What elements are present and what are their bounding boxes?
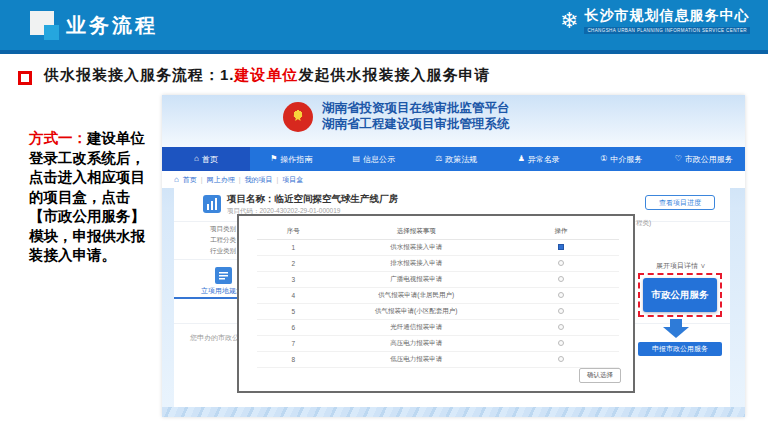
portal-footer-pattern <box>162 407 745 417</box>
nav-item-info[interactable]: ▤ 信息公示 <box>333 147 416 171</box>
method-note-lead: 方式一： <box>29 130 87 146</box>
row-item-label: 供气报装申请(非居民用户) <box>329 287 503 303</box>
nav-item-abnormal-list[interactable]: ♟ 异常名录 <box>498 147 581 171</box>
home-icon: ⌂ <box>174 175 179 184</box>
home-icon: ⌂ <box>194 155 199 163</box>
headline-highlight: 建设单位 <box>235 66 299 83</box>
portal-screenshot: ★ 湖南省投资项目在线审批监管平台 湖南省工程建设项目审批管理系统 ⌂ 首页 ⚑… <box>162 95 745 417</box>
column-header-no: 序号 <box>257 224 329 239</box>
radio-unchecked[interactable] <box>558 260 564 266</box>
row-item-label: 光纤通信报装申请 <box>329 319 503 335</box>
row-number: 1 <box>257 239 329 255</box>
portal-navbar: ⌂ 首页 ⚑ 操作指南 ▤ 信息公示 ⚖ 政策法规 ♟ 异常名录 ① 中介服务 <box>162 147 745 171</box>
nav-label: 操作指南 <box>280 154 312 165</box>
table-row: 6 光纤通信报装申请 <box>257 319 619 335</box>
confirm-selection-button[interactable]: 确认选择 <box>579 368 621 383</box>
slide-logo-square-blue <box>44 25 59 40</box>
table-header-row: 序号 选择报装事项 操作 <box>257 224 619 239</box>
down-arrow-icon <box>663 327 689 338</box>
nav-item-home[interactable]: ⌂ 首页 <box>162 147 250 171</box>
row-item-label: 排水报装接入申请 <box>329 255 503 271</box>
column-header-item: 选择报装事项 <box>329 224 503 239</box>
org-logo: ❄ 长沙市规划信息服务中心 CHANGSHA URBAN PLANNING IN… <box>560 7 750 34</box>
table-row: 2 排水报装接入申请 <box>257 255 619 271</box>
table-row: 3 广播电视报装申请 <box>257 271 619 287</box>
chevron-down-icon: ∨ <box>700 262 706 269</box>
method-note: 方式一：建设单位登录工改系统后，点击进入相应项目的项目盒，点击【市政公用服务】模… <box>29 129 153 266</box>
page-title: 业务流程 <box>66 12 158 39</box>
breadcrumb-my-projects[interactable]: 我的项目 <box>245 175 273 185</box>
radio-unchecked[interactable] <box>558 356 564 362</box>
breadcrumb-separator: | <box>239 176 241 183</box>
table-row: 5 供气报装申请(小区配套用户) <box>257 303 619 319</box>
breadcrumb-online[interactable]: 网上办理 <box>207 175 235 185</box>
view-progress-button[interactable]: 查看项目进度 <box>645 195 715 210</box>
row-number: 8 <box>257 351 329 367</box>
row-number: 4 <box>257 287 329 303</box>
service-selection-table: 序号 选择报装事项 操作 1 供水报装接入申请 2 排水报装接入申请 <box>257 224 619 368</box>
truncated-text-fragment: 程类) <box>636 219 651 228</box>
meta-label-project-category: 项目类别 <box>210 225 236 234</box>
nav-item-municipal-services[interactable]: ♡ 市政公用服务 <box>663 147 746 171</box>
radio-unchecked[interactable] <box>558 324 564 330</box>
breadcrumb-project-box[interactable]: 项目盒 <box>282 175 303 185</box>
row-number: 2 <box>257 255 329 271</box>
nav-label: 异常名录 <box>528 154 560 165</box>
row-item-label: 高压电力报装申请 <box>329 335 503 351</box>
radio-unchecked[interactable] <box>558 308 564 314</box>
row-item-label: 低压电力报装申请 <box>329 351 503 367</box>
portal-title-line1: 湖南省投资项目在线审批监管平台 <box>322 101 510 117</box>
radio-unchecked[interactable] <box>558 276 564 282</box>
headline-suffix: 发起供水报装接入服务申请 <box>299 66 491 83</box>
person-icon: ♟ <box>518 155 525 163</box>
table-row: 4 供气报装申请(非居民用户) <box>257 287 619 303</box>
expand-label: 展开项目详情 <box>656 262 698 269</box>
row-number: 5 <box>257 303 329 319</box>
nav-label: 市政公用服务 <box>685 154 733 165</box>
org-name-english: CHANGSHA URBAN PLANNING INFORMATION SERV… <box>584 27 750 34</box>
slide: 业务流程 ❄ 长沙市规划信息服务中心 CHANGSHA URBAN PLANNI… <box>0 0 768 432</box>
breadcrumb-separator: | <box>277 176 279 183</box>
expand-project-details-link[interactable]: 展开项目详情 ∨ <box>656 261 706 271</box>
headline-prefix: 供水报装接入服务流程：1. <box>44 66 235 83</box>
meta-label-project-class: 工程分类 <box>210 236 236 245</box>
nav-label: 政策法规 <box>445 154 477 165</box>
project-name: 项目名称：临近空间探空气球生产线厂房 <box>227 193 398 206</box>
portal-title: 湖南省投资项目在线审批监管平台 湖南省工程建设项目审批管理系统 <box>322 101 510 132</box>
red-square-bullet <box>18 71 32 85</box>
radio-unchecked[interactable] <box>558 340 564 346</box>
method-note-body: 建设单位登录工改系统后，点击进入相应项目的项目盒，点击【市政公用服务】模块，申报… <box>29 130 145 263</box>
nav-label: 首页 <box>202 154 218 165</box>
table-row: 7 高压电力报装申请 <box>257 335 619 351</box>
checkbox-checked[interactable] <box>558 244 564 250</box>
header-divider <box>0 50 768 54</box>
table-row: 1 供水报装接入申请 <box>257 239 619 255</box>
breadcrumb-home[interactable]: 首页 <box>183 175 197 185</box>
flag-icon: ⚑ <box>270 155 277 163</box>
row-number: 6 <box>257 319 329 335</box>
service-selection-modal: 序号 选择报装事项 操作 1 供水报装接入申请 2 排水报装接入申请 <box>237 214 635 393</box>
down-arrow-icon <box>670 319 682 327</box>
bulletin-icon: ▤ <box>352 155 360 163</box>
row-item-label: 供水报装接入申请 <box>329 239 503 255</box>
row-item-label: 广播电视报装申请 <box>329 271 503 287</box>
org-name: 长沙市规划信息服务中心 <box>584 7 750 25</box>
table-row: 8 低压电力报装申请 <box>257 351 619 367</box>
nav-item-guide[interactable]: ⚑ 操作指南 <box>250 147 333 171</box>
portal-banner: ★ 湖南省投资项目在线审批监管平台 湖南省工程建设项目审批管理系统 <box>162 95 745 147</box>
breadcrumb-separator: | <box>201 176 203 183</box>
project-chart-icon <box>203 195 221 213</box>
nav-label: 信息公示 <box>363 154 395 165</box>
radio-unchecked[interactable] <box>558 292 564 298</box>
heart-icon: ♡ <box>675 155 682 163</box>
row-number: 7 <box>257 335 329 351</box>
nav-item-policy[interactable]: ⚖ 政策法规 <box>415 147 498 171</box>
nav-item-intermediary[interactable]: ① 中介服务 <box>580 147 663 171</box>
municipal-public-service-button[interactable]: 市政公用服务 <box>643 278 717 312</box>
apply-municipal-service-button[interactable]: 申报市政公用服务 <box>638 342 722 356</box>
row-number: 3 <box>257 271 329 287</box>
portal-title-line2: 湖南省工程建设项目审批管理系统 <box>322 117 510 133</box>
meta-label-industry: 行业类别 <box>210 247 236 256</box>
breadcrumb: ⌂ 首页 | 网上办理 | 我的项目 | 项目盒 <box>162 171 745 188</box>
column-header-action: 操作 <box>503 224 619 239</box>
